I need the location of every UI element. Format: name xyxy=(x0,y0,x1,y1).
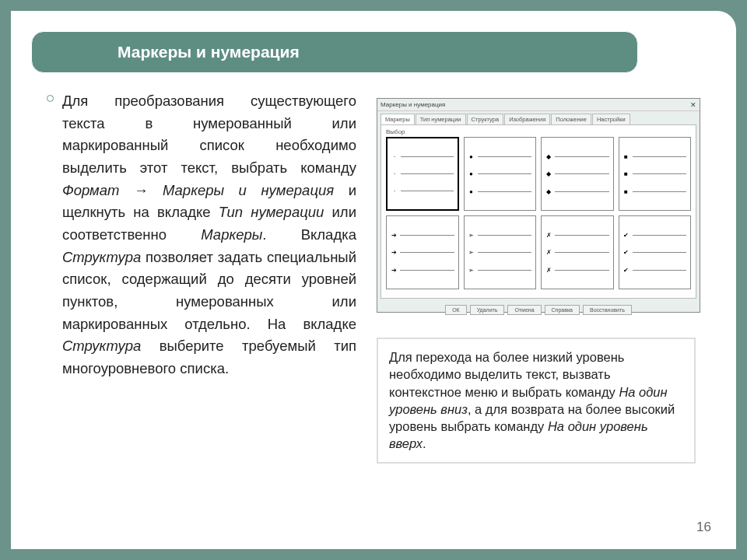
dialog-titlebar: Маркеры и нумерация ✕ xyxy=(377,99,700,111)
page-number: 16 xyxy=(696,520,711,535)
ok-button[interactable]: ОК xyxy=(445,305,467,315)
bullet-icon xyxy=(47,95,54,102)
bullet-option[interactable]: ➢➢➢ xyxy=(464,215,537,289)
close-icon[interactable]: ✕ xyxy=(690,101,696,109)
dialog-title-text: Маркеры и нумерация xyxy=(381,101,445,108)
tab-structure[interactable]: Структура xyxy=(467,114,504,124)
selection-label: Выбор xyxy=(386,128,691,135)
tab-images[interactable]: Изображения xyxy=(504,114,550,124)
slide: Маркеры и нумерация Для преобразования с… xyxy=(11,11,736,549)
bullet-option[interactable]: ■■■ xyxy=(619,137,692,211)
tab-settings[interactable]: Настройки xyxy=(592,114,630,124)
body-text: Для преобразования существующего текста … xyxy=(62,90,356,380)
bullet-option[interactable]: ✗✗✗ xyxy=(541,215,614,289)
restore-button[interactable]: Восстановить xyxy=(583,305,632,315)
side-note: Для перехода на более низкий уровень нео… xyxy=(377,338,696,464)
side-note-content: Для перехода на более низкий уровень нео… xyxy=(389,350,675,450)
bullet-option[interactable]: ●●● xyxy=(464,137,537,211)
dialog-tabs: Маркеры Тип нумерации Структура Изображе… xyxy=(377,111,700,124)
dialog-body: Выбор ···●●●◆◆◆■■■➔➔➔➢➢➢✗✗✗✔✔✔ xyxy=(381,124,696,299)
bullet-option[interactable]: ➔➔➔ xyxy=(386,215,459,289)
bullet-option[interactable]: ··· xyxy=(386,137,459,211)
slide-title: Маркеры и нумерация xyxy=(31,31,638,73)
delete-button[interactable]: Удалить xyxy=(470,305,505,315)
tab-markers[interactable]: Маркеры xyxy=(381,114,415,124)
bullet-option[interactable]: ◆◆◆ xyxy=(541,137,614,211)
bullet-option[interactable]: ✔✔✔ xyxy=(619,215,692,289)
body-content: Для преобразования существующего текста … xyxy=(62,93,356,376)
cancel-button[interactable]: Отмена xyxy=(507,305,541,315)
bullets-dialog: Маркеры и нумерация ✕ Маркеры Тип нумера… xyxy=(377,98,700,313)
dialog-buttons: ОК Удалить Отмена Справка Восстановить xyxy=(377,302,700,315)
tab-numbering-type[interactable]: Тип нумерации xyxy=(416,114,466,124)
bullet-grid: ···●●●◆◆◆■■■➔➔➔➢➢➢✗✗✗✔✔✔ xyxy=(386,137,691,289)
tab-position[interactable]: Положение xyxy=(551,114,591,124)
help-button[interactable]: Справка xyxy=(545,305,580,315)
